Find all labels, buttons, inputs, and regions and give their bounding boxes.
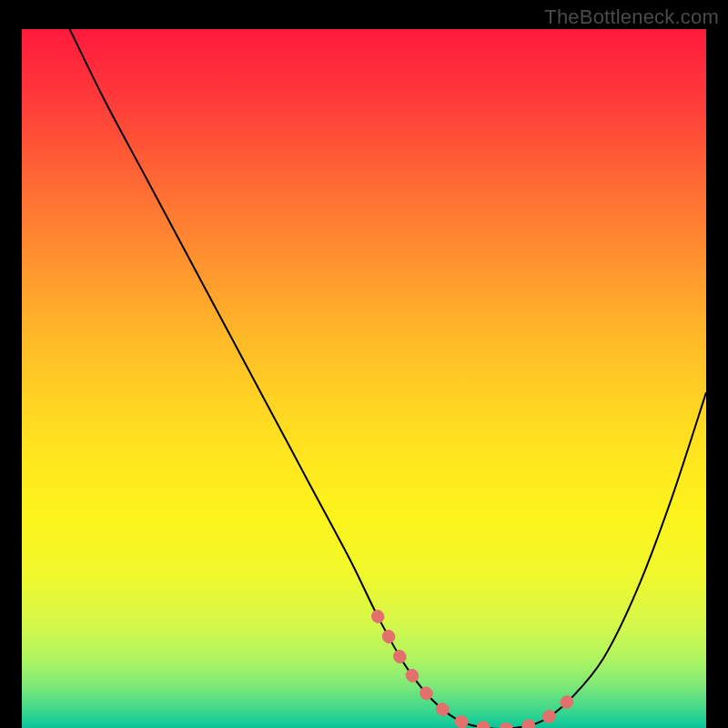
- bottleneck-curve: [70, 29, 706, 728]
- watermark-text: TheBottleneck.com: [544, 5, 719, 29]
- curve-svg: [22, 29, 706, 728]
- chart-frame: TheBottleneck.com: [0, 0, 728, 728]
- plot-area: [22, 29, 706, 728]
- bottleneck-markers: [378, 616, 570, 728]
